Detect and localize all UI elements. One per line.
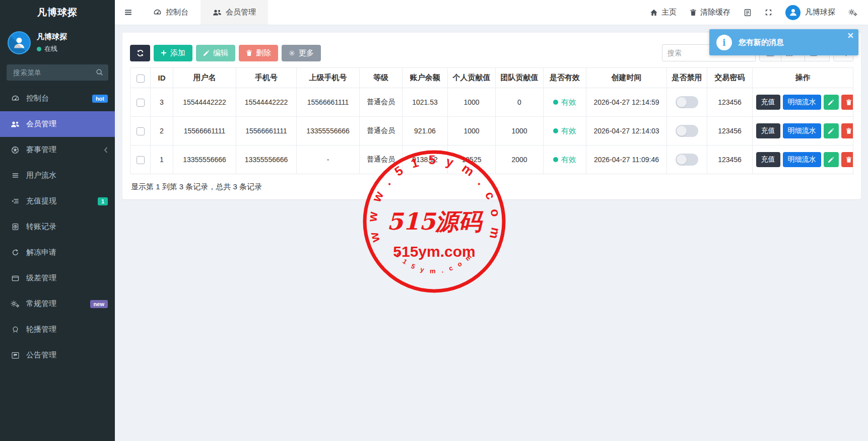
sidebar-item-label: 会员管理 (26, 119, 56, 129)
more-label: 更多 (299, 48, 314, 58)
sidebar-search-input[interactable] (7, 64, 108, 81)
delete-row-button[interactable] (841, 123, 853, 138)
cell-disabled (667, 145, 707, 174)
transfer-icon (9, 223, 21, 231)
toast-message: 您有新的消息 (739, 38, 784, 47)
row-checkbox[interactable] (137, 156, 145, 164)
info-icon: i (716, 35, 732, 50)
user-name: 凡博球探 (37, 32, 67, 42)
recharge-icon (9, 197, 21, 205)
add-button[interactable]: 添加 (154, 45, 192, 61)
column-header: ID (151, 68, 173, 88)
sidebar-item-label: 转账记录 (26, 222, 56, 232)
column-header: 上级手机号 (297, 68, 360, 88)
select-all-cell (130, 68, 151, 88)
document-icon[interactable] (744, 9, 752, 17)
disable-toggle[interactable] (676, 125, 698, 137)
sidebar-item-4[interactable]: 用户流水 (0, 163, 115, 188)
sidebar-item-5[interactable]: 充值提现1 (0, 188, 115, 214)
gears-icon[interactable] (848, 9, 857, 17)
row-checkbox[interactable] (137, 99, 145, 107)
cell-valid: 有效 (544, 88, 586, 117)
sidebar-item-8[interactable]: 级差管理 (0, 265, 115, 291)
sidebar-item-9[interactable]: 常规管理new (0, 291, 115, 317)
cell-phone: 15566661111 (236, 117, 297, 145)
member-table-card: 添加 编辑 删除 更多 (122, 33, 861, 199)
clear-cache-link[interactable]: 清除缓存 (690, 8, 730, 17)
cell-created: 2026-04-27 12:14:59 (586, 88, 667, 117)
sidebar-item-6[interactable]: 转账记录 (0, 214, 115, 240)
detail-flow-button[interactable]: 明细流水 (783, 123, 821, 138)
cell-id: 2 (151, 117, 173, 145)
sidebar-item-label: 用户流水 (26, 171, 56, 180)
expand-icon[interactable] (765, 9, 772, 16)
sidebar-item-2[interactable]: 会员管理 (0, 111, 115, 137)
cell-username: 15544442222 (173, 88, 236, 117)
delete-button[interactable]: 删除 (239, 45, 278, 61)
detail-flow-button[interactable]: 明细流水 (783, 152, 821, 167)
recharge-button[interactable]: 充值 (756, 95, 780, 110)
detail-flow-button[interactable]: 明细流水 (783, 95, 821, 110)
edit-row-button[interactable] (824, 123, 839, 138)
home-link[interactable]: 主页 (650, 8, 677, 17)
users-icon (9, 121, 21, 128)
disable-toggle[interactable] (676, 96, 698, 108)
column-header: 是否有效 (544, 68, 586, 88)
cell-actions: 充值明细流水 (753, 117, 853, 145)
disable-toggle[interactable] (676, 154, 698, 166)
cell-phone: 15544442222 (236, 88, 297, 117)
sidebar-item-label: 级差管理 (26, 273, 56, 283)
trash-icon (690, 9, 697, 16)
carousel-icon (9, 326, 21, 334)
cell-actions: 充值明细流水 (753, 88, 853, 117)
topbar-right: 主页 清除缓存 凡博球探 (650, 0, 868, 25)
cell-phone: 13355556666 (236, 145, 297, 174)
cell-actions: 充值明细流水 (753, 145, 853, 174)
refresh-button[interactable] (130, 45, 150, 61)
column-header: 个人贡献值 (448, 68, 496, 88)
recharge-button[interactable]: 充值 (756, 123, 780, 138)
online-label: 在线 (44, 44, 57, 53)
edit-row-button[interactable] (824, 152, 839, 167)
sidebar-badge: 1 (98, 197, 108, 205)
sidebar-item-1[interactable]: 控制台hot (0, 86, 115, 111)
sidebar-item-label: 公告管理 (26, 350, 56, 360)
app-root: 凡博球探 凡博球探 在线 控制台hot会员管理赛事管理用户流水充值提现1转账记录… (0, 0, 868, 441)
sidebar-item-11[interactable]: 公告管理 (0, 342, 115, 368)
cell-team-value: 0 (496, 88, 544, 117)
sidebar-item-label: 充值提现 (26, 196, 56, 206)
cell-balance: 1021.53 (403, 88, 448, 117)
recharge-button[interactable]: 充值 (756, 152, 780, 167)
members-table: ID用户名手机号上级手机号等级账户余额个人贡献值团队贡献值是否有效创建时间是否禁… (130, 67, 853, 174)
close-icon[interactable] (848, 33, 853, 38)
table-header-row: ID用户名手机号上级手机号等级账户余额个人贡献值团队贡献值是否有效创建时间是否禁… (130, 68, 853, 88)
sidebar-item-3[interactable]: 赛事管理 (0, 137, 115, 163)
sidebar-item-label: 控制台 (26, 94, 49, 103)
topbar-user[interactable]: 凡博球探 (785, 5, 835, 20)
sidebar-item-7[interactable]: 解冻申请 (0, 240, 115, 265)
levels-icon (9, 275, 21, 282)
unfreeze-icon (9, 249, 21, 256)
cell-level: 普通会员 (360, 117, 403, 145)
sidebar-badge: new (90, 300, 108, 308)
tab-1[interactable]: 控制台 (141, 0, 201, 25)
tab-label: 会员管理 (226, 8, 256, 17)
edit-row-button[interactable] (824, 95, 839, 110)
tab-bar: 控制台会员管理 (141, 0, 268, 25)
search-icon[interactable] (96, 68, 103, 78)
cell-id: 3 (151, 88, 173, 117)
topbar: 控制台会员管理 主页 清除缓存 (115, 0, 868, 25)
cell-team-value: 2000 (496, 145, 544, 174)
pencil-icon (203, 50, 210, 56)
edit-button[interactable]: 编辑 (196, 45, 235, 61)
delete-row-button[interactable] (841, 95, 853, 110)
column-header: 手机号 (236, 68, 297, 88)
cell-parent-phone: - (297, 145, 360, 174)
select-all-checkbox[interactable] (137, 75, 145, 83)
more-button[interactable]: 更多 (282, 45, 321, 61)
row-checkbox[interactable] (137, 127, 145, 135)
delete-row-button[interactable] (841, 152, 853, 167)
sidebar-item-10[interactable]: 轮播管理 (0, 317, 115, 342)
tab-2[interactable]: 会员管理 (201, 0, 268, 25)
hamburger-icon[interactable] (115, 0, 141, 25)
